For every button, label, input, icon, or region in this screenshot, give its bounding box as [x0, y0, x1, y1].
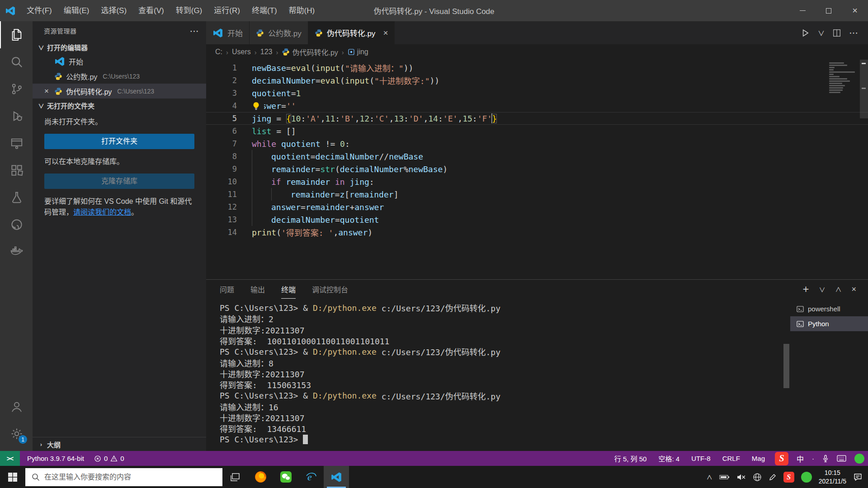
tray-expand-icon[interactable]: ∧ — [707, 473, 712, 481]
breadcrumb-item[interactable]: 123 — [260, 48, 273, 56]
run-python-file-button[interactable] — [801, 28, 810, 38]
panel-tab-终端[interactable]: 终端 — [281, 280, 296, 299]
encoding[interactable]: UTF-8 — [689, 455, 712, 462]
cursor-position[interactable]: 行 5, 列 50 — [613, 454, 649, 463]
code-line[interactable]: 8quotient=decimalNumber//newBase — [206, 150, 868, 163]
scrollbar-thumb[interactable] — [860, 60, 868, 118]
clone-repo-button[interactable]: 克隆存储库 — [44, 174, 194, 189]
panel-tab-调试控制台[interactable]: 调试控制台 — [312, 280, 348, 299]
code-line[interactable]: 12answer=remainder+answer — [206, 201, 868, 213]
problems-indicator[interactable]: 0 0 — [92, 455, 126, 462]
code-line[interactable]: 11remainder=z[remainder] — [206, 188, 868, 201]
open-folder-button[interactable]: 打开文件夹 — [44, 134, 194, 149]
tab-公约数.py[interactable]: 公约数.py — [250, 21, 308, 44]
terminal-instance-Python[interactable]: Python — [790, 316, 868, 331]
more-actions-icon[interactable]: ⋯ — [190, 24, 199, 38]
remote-indicator[interactable]: >< — [0, 451, 20, 466]
open-editor-item[interactable]: ×伪代码转化.pyC:\Users\123 — [33, 84, 206, 99]
account-button[interactable] — [0, 393, 33, 420]
breadcrumb-item[interactable]: Users — [232, 48, 251, 56]
minimap[interactable] — [829, 62, 857, 94]
firefox-taskbar-button[interactable] — [248, 466, 273, 488]
battery-icon[interactable] — [719, 474, 730, 480]
pen-input-icon[interactable] — [769, 473, 777, 481]
breadcrumb-item[interactable]: 伪代码转化.py — [282, 47, 338, 57]
minimize-button[interactable] — [789, 0, 816, 21]
panel-tab-问题[interactable]: 问题 — [220, 280, 234, 299]
outline-section-header[interactable]: › 大纲 — [33, 437, 206, 451]
open-editor-item[interactable]: 开始 — [33, 54, 206, 69]
sogou-tool-icon[interactable] — [854, 454, 864, 464]
task-view-button[interactable] — [222, 466, 248, 488]
github-view-button[interactable] — [0, 211, 33, 238]
menu-item-4[interactable]: 转到(G) — [170, 0, 208, 21]
ie-taskbar-button[interactable]: e — [298, 466, 324, 488]
terminal-scrollbar-thumb[interactable] — [783, 344, 789, 388]
breadcrumb-item[interactable]: C: — [215, 48, 222, 56]
keyboard-icon[interactable] — [837, 455, 846, 462]
tab-开始[interactable]: 开始 — [206, 21, 250, 44]
terminal[interactable]: PS C:\Users\123> & D:/python.exe c:/User… — [206, 299, 790, 451]
menu-item-5[interactable]: 运行(R) — [208, 0, 246, 21]
menu-item-6[interactable]: 终端(T) — [246, 0, 283, 21]
vscode-taskbar-button[interactable] — [324, 466, 349, 488]
menu-item-2[interactable]: 选择(S) — [95, 0, 132, 21]
run-dropdown-icon[interactable]: ∨ — [818, 28, 825, 38]
code-editor[interactable]: 1newBase=eval(input("请输入进制："))2decimalNu… — [206, 60, 868, 279]
code-line[interactable]: 4answer='' — [206, 99, 868, 112]
more-actions-icon[interactable]: ⋯ — [849, 26, 858, 39]
editor-scrollbar[interactable] — [860, 60, 868, 279]
split-editor-icon[interactable] — [833, 29, 841, 37]
wechat-taskbar-button[interactable] — [273, 466, 298, 488]
extensions-view-button[interactable] — [0, 157, 33, 184]
settings-button[interactable]: 1 — [0, 420, 33, 447]
start-button[interactable] — [0, 466, 25, 488]
taskbar-search[interactable] — [25, 468, 222, 486]
code-line[interactable]: 10if remainder in jing: — [206, 175, 868, 188]
close-button[interactable]: × — [842, 0, 868, 21]
lightbulb-icon[interactable] — [252, 101, 264, 111]
language-mode[interactable]: Mag — [750, 455, 767, 462]
breadcrumb-item[interactable]: jing — [348, 48, 368, 56]
source-control-view-button[interactable] — [0, 75, 33, 103]
code-line[interactable]: 1newBase=eval(input("请输入进制：")) — [206, 61, 868, 74]
close-icon[interactable]: × — [42, 87, 51, 96]
code-line[interactable]: 7while quotient != 0: — [206, 137, 868, 150]
code-line[interactable]: 9remainder=str(decimalNumber%newBase) — [206, 163, 868, 175]
python-interpreter[interactable]: Python 3.9.7 64-bit — [25, 455, 86, 462]
new-terminal-icon[interactable]: + — [802, 283, 809, 296]
maximize-button[interactable] — [816, 0, 842, 21]
sogou-tray-icon[interactable]: S — [783, 472, 794, 483]
code-line[interactable]: 6list = [] — [206, 125, 868, 137]
sogou-green-icon[interactable] — [801, 472, 812, 483]
panel-tab-输出[interactable]: 输出 — [250, 280, 265, 299]
code-line[interactable]: 3quotient=1 — [206, 87, 868, 99]
code-line[interactable]: 5jing = {10:'A',11:'B',12:'C',13:'D',14:… — [206, 112, 868, 125]
test-view-button[interactable] — [0, 184, 33, 211]
git-doc-link[interactable]: 请阅读我们的文档 — [73, 208, 131, 216]
network-icon[interactable] — [753, 473, 762, 482]
open-editors-section-header[interactable]: ∨ 打开的编辑器 — [33, 40, 206, 54]
explorer-view-button[interactable] — [0, 21, 33, 48]
run-debug-view-button[interactable] — [0, 103, 33, 130]
indentation[interactable]: 空格: 4 — [656, 454, 681, 463]
docker-view-button[interactable] — [0, 238, 33, 265]
sogou-input-icon[interactable]: S — [775, 452, 788, 465]
taskbar-clock[interactable]: 10:15 2021/11/5 — [819, 469, 846, 485]
code-line[interactable]: 14print('得到答案: ',answer) — [206, 226, 868, 239]
close-panel-icon[interactable]: × — [851, 285, 856, 294]
maximize-panel-icon[interactable]: ∧ — [835, 285, 841, 294]
no-folder-section-header[interactable]: ∨ 无打开的文件夹 — [33, 99, 206, 112]
code-line[interactable]: 2decimalNumber=eval(input("十进制数字:")) — [206, 74, 868, 87]
terminal-dropdown-icon[interactable]: ∨ — [819, 285, 825, 294]
ime-punctuation[interactable]: · — [812, 455, 814, 462]
menu-item-3[interactable]: 查看(V) — [132, 0, 170, 21]
microphone-icon[interactable] — [822, 455, 829, 463]
terminal-instance-powershell[interactable]: powershell — [790, 301, 868, 316]
action-center-icon[interactable] — [853, 472, 863, 482]
eol-sequence[interactable]: CRLF — [721, 455, 742, 462]
tab-伪代码转化.py[interactable]: 伪代码转化.py× — [308, 21, 395, 44]
volume-muted-icon[interactable] — [736, 473, 746, 481]
search-view-button[interactable] — [0, 48, 33, 75]
menu-item-7[interactable]: 帮助(H) — [283, 0, 321, 21]
